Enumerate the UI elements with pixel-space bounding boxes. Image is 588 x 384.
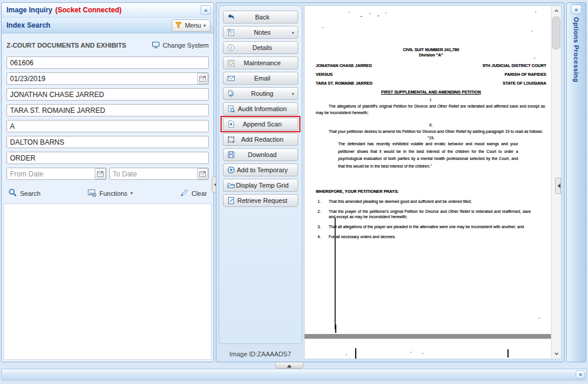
scroll-up-button[interactable]	[552, 6, 561, 16]
expand-bottom-panel-button[interactable]: «	[576, 370, 584, 379]
calendar-icon[interactable]	[197, 168, 208, 179]
prayer-heading: WHEREFORE, YOUR PETITIONER PRAYS:	[316, 189, 546, 193]
functions-icon	[88, 188, 96, 198]
bottom-status-bar: «	[1, 369, 587, 380]
search-field-7[interactable]	[6, 152, 209, 164]
case-number: CIVIL SUIT NUMBER 241,780	[316, 47, 546, 52]
state-name: STATE OF LOUISIANA	[503, 81, 546, 85]
index-search-form: Z-COURT DOCUMENTS AND EXHIBITS Change Sy…	[2, 34, 213, 198]
retrieve-request-button[interactable]: Retrieve Request	[223, 194, 298, 207]
change-system-button[interactable]: Change System	[152, 41, 209, 50]
section-2-number: II.	[316, 123, 546, 127]
quote-number: "19.	[316, 136, 546, 140]
maintenance-button[interactable]: Maintenance	[223, 56, 298, 69]
expand-up-arrow-icon	[287, 362, 292, 368]
search-field-date[interactable]	[6, 72, 209, 85]
back-arrow-icon	[226, 13, 236, 21]
bottom-panel-handle[interactable]	[275, 363, 303, 369]
clear-button[interactable]: Clear	[180, 188, 207, 198]
search-field-6[interactable]	[6, 136, 209, 148]
scanned-document-page: CIVIL SUIT NUMBER 241,780 Division "A" J…	[316, 47, 546, 244]
prayer-item: 2. That the prayer of the petitioner's o…	[316, 209, 546, 219]
envelope-icon	[226, 74, 236, 82]
division: Division "A"	[316, 52, 546, 58]
search-field-1[interactable]	[6, 56, 209, 69]
info-icon: i	[226, 44, 236, 52]
gear-page-icon	[226, 59, 236, 67]
display-temp-grid-button[interactable]: Display Temp Grid	[223, 179, 298, 192]
prayer-item: 3. That all allegations of the prayer ar…	[316, 224, 546, 229]
application-window: Image Inquiry (Socket Connected) « Index…	[0, 0, 588, 384]
functions-button[interactable]: Functions ▾	[88, 188, 133, 198]
page-separator	[305, 334, 552, 339]
versus-label: VERSUS	[316, 72, 333, 76]
viewer-group: Back Notes ▾ i Details Maintenance Email	[216, 2, 564, 362]
floppy-disk-icon	[226, 151, 236, 159]
email-button[interactable]: Email	[223, 72, 298, 85]
search-field-4[interactable]	[6, 104, 209, 116]
collapse-right-arrow-icon	[555, 183, 560, 188]
court-name: 9TH JUDICIAL DISTRICT COURT	[483, 64, 546, 68]
add-to-temporary-button[interactable]: Add to Temporary	[223, 163, 298, 176]
document-viewer[interactable]: CIVIL SUIT NUMBER 241,780 Division "A" J…	[304, 5, 562, 359]
chevron-down-icon: ▾	[131, 191, 133, 196]
scrollbar-thumb[interactable]	[552, 16, 560, 49]
from-date-input[interactable]	[6, 168, 106, 180]
right-splitter-handle[interactable]	[555, 178, 561, 194]
chevron-down-icon: ▾	[292, 31, 294, 35]
panel-title: Image Inquiry	[6, 6, 52, 14]
clear-button-label: Clear	[192, 190, 207, 197]
folder-icon	[226, 181, 236, 189]
search-icon	[8, 188, 17, 198]
section-1-number: I.	[316, 98, 546, 102]
prayer-item: 1. That this amended pleading be deemed …	[316, 199, 546, 204]
section-1-text: The allegations of plaintiff's original …	[316, 103, 545, 116]
search-button-label: Search	[20, 190, 41, 197]
details-button[interactable]: i Details	[223, 41, 298, 54]
options-processing-tab[interactable]: « Options Processing	[566, 2, 586, 362]
image-inquiry-header: Image Inquiry (Socket Connected) «	[2, 3, 213, 18]
toolbar-button-stack: Back Notes ▾ i Details Maintenance Email	[219, 5, 302, 344]
document-title: FIRST SUPPLEMENTAL AND AMENDING PETITION	[316, 90, 546, 94]
audit-information-button[interactable]: Audit Information	[223, 102, 298, 115]
redaction-icon	[226, 135, 236, 143]
scan-artifact	[507, 349, 509, 358]
add-redaction-button[interactable]: Add Redaction	[223, 133, 298, 146]
monitor-icon	[152, 41, 160, 50]
change-system-label: Change System	[163, 42, 209, 49]
collapse-left-panel-button[interactable]: «	[201, 5, 211, 15]
search-button[interactable]: Search	[8, 188, 41, 198]
chevron-down-icon: ▾	[203, 23, 206, 28]
download-button[interactable]: Download	[223, 148, 298, 161]
pencil-eraser-icon	[180, 188, 189, 198]
menu-button-label: Menu	[185, 22, 201, 29]
plus-circle-icon	[226, 166, 236, 174]
append-scan-icon	[226, 120, 236, 128]
routing-button[interactable]: Routing ▾	[223, 87, 298, 100]
calendar-icon[interactable]	[95, 168, 106, 179]
note-icon	[226, 28, 236, 36]
routing-icon	[226, 89, 236, 98]
search-field-3[interactable]	[6, 88, 209, 101]
to-date-input[interactable]	[109, 168, 209, 180]
quoted-paragraph: The defendant has recently exhibited vol…	[338, 141, 518, 170]
append-scan-highlight: Append Scan	[223, 118, 298, 131]
scan-artifact	[335, 325, 336, 333]
notes-button[interactable]: Notes ▾	[223, 26, 298, 39]
collapse-options-button[interactable]: «	[571, 5, 582, 14]
calendar-icon[interactable]	[197, 73, 208, 84]
prayer-item: 4. For all necessary orders and decrees.	[316, 234, 546, 239]
document-toolbar: Back Notes ▾ i Details Maintenance Email	[216, 3, 304, 362]
back-button[interactable]: Back	[223, 11, 298, 24]
scroll-down-button[interactable]	[552, 349, 561, 359]
menu-button[interactable]: Menu ▾	[172, 19, 211, 32]
index-search-title: Index Search	[6, 21, 172, 29]
double-chevron-up-icon: «	[577, 373, 584, 376]
image-inquiry-panel: Image Inquiry (Socket Connected) « Index…	[1, 2, 214, 362]
chevron-down-icon: ▾	[292, 92, 294, 96]
funnel-icon	[175, 21, 182, 30]
socket-status: (Socket Connected)	[55, 6, 201, 14]
append-scan-button[interactable]: Append Scan	[223, 118, 298, 131]
scan-artifact	[335, 218, 336, 329]
search-field-5[interactable]	[6, 120, 209, 132]
